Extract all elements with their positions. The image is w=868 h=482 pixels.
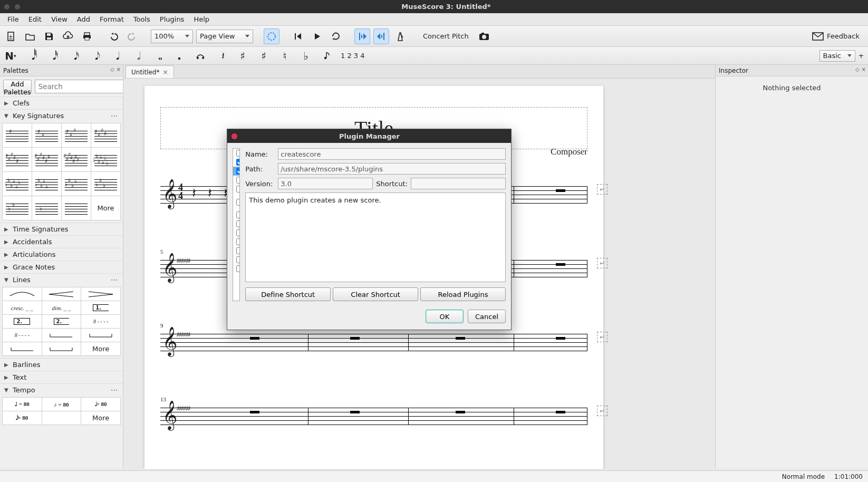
plugin-checkbox[interactable] (236, 211, 240, 218)
panel-close-icon[interactable]: × (862, 66, 866, 72)
panel-float-icon[interactable]: ◇ (855, 66, 860, 72)
key-sig-cell[interactable]: ♯ (3, 123, 32, 148)
duration-8th-button[interactable]: 𝅘𝅥𝅮 (88, 49, 102, 63)
key-sig-cell[interactable]: ♯♯♯♯♯♯ (32, 148, 62, 172)
plugin-checkbox[interactable] (236, 238, 240, 245)
palettes-search-input[interactable] (35, 80, 123, 93)
tempo-cell[interactable]: ♩ = 80 (3, 398, 42, 411)
window-close-dot[interactable] (4, 4, 9, 9)
key-sig-cell[interactable]: ♭♭ (3, 196, 32, 220)
plugin-checkbox[interactable] (236, 265, 240, 272)
lines-cell[interactable]: dim. _ _ (42, 301, 82, 315)
key-sig-cell[interactable]: ♭♭♭♭♭ (32, 172, 62, 196)
sharp-button[interactable]: ♯ (256, 49, 271, 63)
lines-cell[interactable] (3, 342, 42, 356)
key-sig-cell[interactable] (62, 196, 91, 220)
plugin-list-item[interactable]: random2 (233, 228, 239, 237)
menu-plugins[interactable]: Plugins (156, 14, 189, 24)
key-sig-cell[interactable]: ♭♭♭♭♭♭♭ (91, 148, 121, 172)
menu-add[interactable]: Add (73, 14, 94, 24)
plugin-checkbox[interactable] (236, 220, 240, 227)
flat-button[interactable]: ♭ (298, 49, 313, 63)
palette-section-articulations[interactable]: ▶Articulations (0, 248, 123, 261)
menu-format[interactable]: Format (95, 14, 128, 24)
plugin-list[interactable]: abc_importcolornotescreatescorehelloqmln… (233, 148, 240, 301)
tab-close-icon[interactable]: × (162, 69, 168, 76)
define-shortcut-button[interactable]: Define Shortcut (245, 287, 331, 301)
append-frame-icon[interactable]: ↵ (597, 406, 607, 416)
palette-more-icon[interactable]: ⋯ (111, 386, 119, 394)
metronome-button[interactable] (392, 28, 408, 44)
plugin-list-item[interactable]: view (233, 255, 239, 264)
key-signatures-more[interactable]: More (91, 196, 121, 220)
key-sig-cell[interactable]: ♭♭♭ (91, 172, 121, 196)
panel-close-icon[interactable]: × (117, 66, 121, 72)
loop-button[interactable] (328, 28, 344, 44)
lines-cell[interactable]: 8 - - - - (81, 315, 121, 329)
duration-whole-button[interactable]: 𝅝 (151, 49, 166, 63)
palette-section-barlines[interactable]: ▶Barlines (0, 358, 123, 371)
plugin-checkbox[interactable] (236, 168, 240, 175)
lines-cell[interactable]: 1. (81, 301, 121, 315)
plugin-version-field[interactable] (278, 178, 373, 189)
add-palettes-button[interactable]: Add Palettes (3, 80, 32, 93)
menu-tools[interactable]: Tools (129, 14, 155, 24)
palette-section-time-signatures[interactable]: ▶Time Signatures (0, 223, 123, 235)
menu-view[interactable]: View (47, 14, 72, 24)
window-controls[interactable] (4, 4, 20, 9)
plugin-list-item[interactable]: colornotes (233, 158, 239, 167)
score-tab[interactable]: Untitled* × (126, 65, 174, 78)
lines-cell[interactable]: 8 - - - - (3, 329, 42, 342)
concert-pitch-button[interactable]: Concert Pitch (419, 32, 473, 40)
lines-cell[interactable] (81, 329, 121, 342)
plugin-list-item[interactable]: panel (233, 210, 239, 219)
cloud-button[interactable] (60, 28, 76, 44)
plugin-list-item[interactable]: abc_import (233, 149, 239, 158)
ok-button[interactable]: OK (426, 310, 464, 323)
duration-half-button[interactable]: 𝅗𝅥 (130, 49, 144, 63)
palette-section-clefs[interactable]: ▶Clefs (0, 97, 123, 109)
voice-4-button[interactable]: 4 (360, 52, 364, 60)
note-input-mode-button[interactable]: N▾ (3, 49, 18, 63)
plugin-list-item[interactable]: random (233, 219, 239, 228)
cancel-button[interactable]: Cancel (468, 310, 506, 323)
plugin-list-item[interactable]: notenames-interactive (233, 194, 239, 210)
lines-cell[interactable]: 2. (42, 315, 82, 329)
plugin-checkbox[interactable] (236, 229, 240, 236)
zoom-combo[interactable]: 100% (151, 30, 193, 43)
tie-button[interactable] (193, 49, 208, 63)
rewind-button[interactable] (290, 28, 306, 44)
key-sig-cell[interactable]: ♯♯ (32, 123, 62, 148)
menu-edit[interactable]: Edit (24, 14, 46, 24)
plugin-list-item[interactable]: walk (233, 264, 239, 273)
palette-section-text[interactable]: ▶Text (0, 371, 123, 383)
plugin-path-field[interactable] (278, 163, 506, 175)
lines-cell[interactable]: 2. (3, 315, 42, 329)
voice-2-button[interactable]: 2 (347, 52, 351, 60)
new-score-button[interactable]: + (3, 28, 19, 44)
tempo-cell[interactable]: 𝅘𝅥𝅮 = 80 (3, 411, 42, 425)
plugin-checkbox[interactable] (236, 150, 240, 157)
key-sig-cell[interactable]: ♭♭♭♭♭♭ (3, 172, 32, 196)
plugin-list-item[interactable]: notenames (233, 185, 239, 194)
staff-system[interactable]: 13 𝄞 ♯♯♯♯♯♯ ↵ (160, 397, 587, 429)
plugin-shortcut-field[interactable] (411, 178, 506, 189)
plugin-name-field[interactable] (278, 148, 506, 160)
lines-cell[interactable] (42, 329, 82, 342)
palette-section-tempo[interactable]: ▼Tempo⋯ (0, 383, 123, 396)
append-frame-icon[interactable]: ↵ (597, 258, 607, 268)
plugin-list-item[interactable]: run (233, 237, 239, 246)
plugin-list-item[interactable]: helloqml (233, 176, 239, 185)
append-frame-icon[interactable]: ↵ (597, 332, 607, 342)
duration-16th-button[interactable]: 𝅘𝅥𝅯 (66, 49, 81, 63)
feedback-button[interactable]: Feedback (807, 32, 865, 41)
key-sig-cell[interactable]: ♯♯♯♯ (91, 123, 121, 148)
open-button[interactable] (22, 28, 38, 44)
palette-section-grace-notes[interactable]: ▶Grace Notes (0, 261, 123, 273)
redo-button[interactable] (124, 28, 140, 44)
flip-button[interactable] (320, 49, 334, 63)
dialog-close-icon[interactable] (232, 133, 237, 139)
loop-in-button[interactable] (354, 28, 370, 44)
lines-cell[interactable]: cresc. _ _ (3, 301, 42, 315)
lines-cell[interactable] (3, 287, 42, 301)
